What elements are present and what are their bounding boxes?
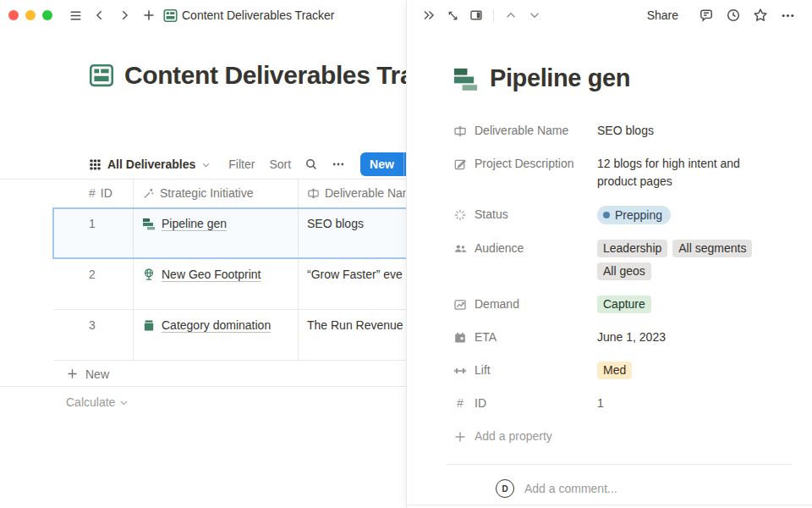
property-name: Status	[475, 206, 508, 224]
select-tag[interactable]: Capture	[597, 295, 651, 313]
section-divider	[447, 464, 792, 465]
property-value[interactable]: Med	[597, 362, 778, 379]
table-row[interactable]: 1 Pipeline gen SEO blogs	[54, 208, 406, 259]
property-label[interactable]: Project Description	[453, 155, 597, 173]
new-row-button[interactable]: New	[0, 362, 406, 387]
comments-icon[interactable]	[695, 4, 717, 26]
page-link[interactable]: Category domination	[142, 317, 291, 334]
text-property-icon	[453, 124, 467, 138]
property-label[interactable]: ETA	[453, 329, 597, 346]
column-header-id[interactable]: # ID	[54, 179, 134, 207]
calculate-label: Calculate	[66, 395, 115, 409]
page-link-label[interactable]: Pipeline gen	[162, 215, 227, 232]
filter-button[interactable]: Filter	[228, 157, 255, 171]
side-peek-mode-icon[interactable]	[466, 5, 486, 25]
property-value[interactable]: Capture	[597, 295, 778, 313]
new-tab-icon[interactable]	[139, 5, 159, 25]
calculate-button[interactable]: Calculate	[0, 388, 406, 417]
search-icon[interactable]	[304, 157, 318, 171]
expand-page-icon[interactable]	[442, 5, 463, 25]
plus-icon	[453, 430, 467, 444]
page-header: Content Deliverables Tracker	[89, 61, 406, 90]
cell-deliverable[interactable]: SEO blogs	[299, 208, 406, 258]
multi-select-tag[interactable]: All segments	[672, 240, 752, 257]
page-link-label[interactable]: New Geo Footprint	[162, 266, 261, 283]
column-header-label: ID	[101, 179, 112, 207]
previous-record-icon[interactable]	[501, 5, 521, 25]
page-title[interactable]: Content Deliverables Tracker	[124, 61, 406, 90]
multi-select-tag[interactable]: Leadership	[597, 240, 667, 257]
titlebar: Content Deliverables Tracker	[0, 0, 406, 30]
updates-clock-icon[interactable]	[722, 4, 744, 26]
property-value[interactable]: SEO blogs	[597, 122, 778, 140]
more-options-icon[interactable]	[332, 157, 345, 171]
page-database-icon[interactable]	[89, 63, 114, 88]
sidebar-menu-icon[interactable]	[65, 5, 85, 25]
cell-id[interactable]: 1	[54, 208, 134, 258]
property-row-deliverable-name: Deliverable Name SEO blogs	[453, 114, 778, 147]
calendar-icon	[453, 331, 467, 345]
share-button[interactable]: Share	[647, 8, 678, 22]
number-property-icon: #	[89, 179, 96, 207]
sort-button[interactable]: Sort	[269, 157, 291, 171]
property-label[interactable]: Demand	[453, 295, 597, 313]
column-header-label: Deliverable Name	[325, 179, 406, 207]
wand-icon	[142, 187, 155, 200]
property-label[interactable]: Deliverable Name	[453, 122, 597, 140]
cell-initiative[interactable]: Pipeline gen	[134, 208, 299, 258]
select-tag[interactable]: Med	[597, 362, 632, 379]
back-icon[interactable]	[90, 5, 110, 25]
close-peek-icon[interactable]	[419, 5, 439, 25]
minimize-window-button[interactable]	[25, 10, 36, 20]
multi-select-tag[interactable]: All geos	[597, 262, 651, 280]
property-label[interactable]: Status	[453, 206, 597, 224]
page-link[interactable]: New Geo Footprint	[142, 266, 291, 283]
comment-input-placeholder[interactable]: Add a comment...	[524, 482, 617, 495]
chart-trend-icon	[453, 298, 467, 312]
next-record-icon[interactable]	[524, 5, 545, 25]
property-name: ETA	[475, 329, 497, 346]
property-name: Lift	[475, 362, 491, 379]
table-row[interactable]: 3 Category domination The Run Revenue S	[54, 310, 406, 361]
peek-page-title[interactable]: Pipeline gen	[490, 64, 630, 92]
new-record-split-button[interactable]: New	[360, 152, 406, 176]
status-tag[interactable]: Prepping	[597, 206, 671, 224]
property-label[interactable]: Audience	[453, 240, 597, 257]
table-row[interactable]: 2 New Geo Footprint “Grow Faster” eve	[54, 259, 406, 310]
column-header-deliverable-name[interactable]: Deliverable Name	[299, 179, 406, 207]
favorite-star-icon[interactable]	[749, 4, 771, 26]
property-value[interactable]: 12 blogs for high intent and product pag…	[597, 155, 775, 190]
cell-initiative[interactable]: Category domination	[134, 310, 299, 360]
new-record-button-label[interactable]: New	[360, 152, 403, 176]
bar-chart-icon[interactable]	[453, 65, 479, 91]
add-property-button[interactable]: Add a property	[453, 420, 778, 453]
property-label[interactable]: # ID	[453, 395, 597, 412]
cell-id[interactable]: 3	[54, 310, 134, 360]
properties-list: Deliverable Name SEO blogs Project Descr…	[453, 114, 778, 498]
main-pane: Content Deliverables Tracker Content Del…	[0, 0, 406, 508]
close-window-button[interactable]	[8, 10, 19, 20]
property-label[interactable]: Lift	[453, 362, 597, 379]
property-value[interactable]: Leadership All segments All geos	[597, 240, 778, 280]
page-link-label[interactable]: Category domination	[162, 317, 271, 334]
app-window: Content Deliverables Tracker Content Del…	[0, 0, 812, 508]
property-value[interactable]: June 1, 2023	[597, 329, 778, 346]
property-value[interactable]: 1	[597, 395, 778, 412]
cell-id[interactable]: 2	[54, 259, 134, 309]
zoom-window-button[interactable]	[42, 10, 52, 20]
cell-deliverable[interactable]: “Grow Faster” eve	[299, 259, 406, 309]
titlebar-document-title[interactable]: Content Deliverables Tracker	[182, 8, 335, 22]
column-header-strategic-initiative[interactable]: Strategic Initiative	[134, 179, 299, 207]
page-link[interactable]: Pipeline gen	[142, 215, 291, 232]
property-name: ID	[475, 395, 486, 412]
cell-deliverable[interactable]: The Run Revenue S	[299, 310, 406, 360]
more-options-icon[interactable]	[776, 4, 798, 26]
forward-icon[interactable]	[114, 5, 134, 25]
globe-icon	[142, 268, 156, 281]
status-dot	[603, 212, 610, 218]
cell-initiative[interactable]: New Geo Footprint	[134, 259, 299, 309]
comment-composer[interactable]: D Add a comment...	[496, 479, 758, 498]
view-tab-all-deliverables[interactable]: All Deliverables	[89, 157, 211, 171]
status-tag-label: Prepping	[615, 207, 662, 224]
property-value[interactable]: Prepping	[597, 206, 778, 224]
